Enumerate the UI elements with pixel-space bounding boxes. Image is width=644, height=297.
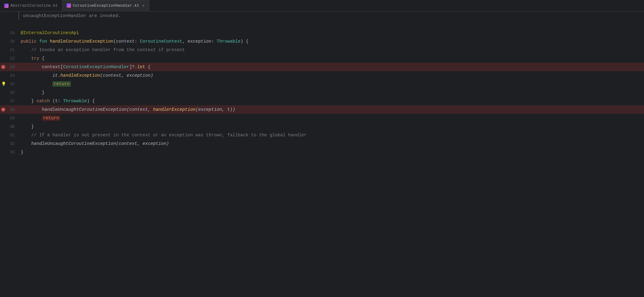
code-25[interactable]: return [18,80,644,88]
line-31: 31 // If a handler is not present in the… [0,131,644,139]
line-30: 30 } [0,122,644,131]
kotlin-icon [4,4,9,8]
spacer-line [0,20,644,29]
gutter-31: 31 [0,131,18,139]
line-24: 24 it.handleException(context, exception… [0,71,644,80]
tab-label-exception-handler: CoroutineExceptionHandler.kt [73,3,139,8]
breakpoint-28[interactable] [1,108,5,112]
code-26[interactable]: } [18,88,644,97]
gutter-25: 💡 25 [0,80,18,88]
line-33: 33 } [0,148,644,156]
line-21: 21 // Invoke an exception handler from t… [0,46,644,54]
line-22: 22 try { [0,54,644,63]
annotation-19: @InternalCoroutinesApi [21,30,79,35]
code-24[interactable]: it.handleException(context, exception) [18,71,644,80]
gutter-22: 22 [0,54,18,63]
doc-comment-text: uncaughtExceptionHandler are invoked. [18,12,644,20]
gutter-doc [0,12,18,20]
gutter-19: 19 [0,29,18,37]
line-20: 20 public fun handleCoroutineException(c… [0,37,644,46]
code-22[interactable]: try { [18,54,644,63]
kotlin-icon-active [67,3,71,8]
code-20[interactable]: public fun handleCoroutineException(cont… [18,37,644,46]
tab-abstract-coroutine[interactable]: AbstractCoroutine.kt [0,0,62,12]
gutter-20: 20 [0,37,18,46]
tab-coroutine-exception-handler[interactable]: CoroutineExceptionHandler.kt ✕ [62,0,149,12]
line-29: 29 return [0,114,644,122]
lightbulb-25[interactable]: 💡 [1,82,6,86]
tab-close-button[interactable]: ✕ [142,3,144,8]
code-29[interactable]: return [18,114,644,122]
line-32: 32 handleUncaughtCoroutineException(cont… [0,139,644,148]
line-27: 27 } catch (t: Throwable) { [0,97,644,105]
code-19[interactable]: @InternalCoroutinesApi [18,29,644,37]
gutter-26: 26 [0,88,18,97]
line-25: 💡 25 return [0,80,644,88]
code-28[interactable]: handleUncaughtCoroutineException(context… [18,105,644,114]
code-23[interactable]: context[CoroutineExceptionHandler]?.let … [18,63,644,71]
gutter-30: 30 [0,122,18,131]
doc-comment-line: uncaughtExceptionHandler are invoked. [0,12,644,20]
gutter-32: 32 [0,139,18,148]
line-23: 23 context[CoroutineExceptionHandler]?.l… [0,63,644,71]
gutter-21: 21 [0,46,18,54]
line-19: 19 @InternalCoroutinesApi [0,29,644,37]
code-31[interactable]: // If a handler is not present in the co… [18,131,644,139]
tab-label-abstract-coroutine: AbstractCoroutine.kt [10,3,58,8]
gutter-23: 23 [0,63,18,71]
gutter-28: 28 [0,105,18,114]
code-30[interactable]: } [18,122,644,131]
breakpoint-23[interactable] [1,65,5,69]
code-27[interactable]: } catch (t: Throwable) { [18,97,644,105]
code-21[interactable]: // Invoke an exception handler from the … [18,46,644,54]
gutter-27: 27 [0,97,18,105]
gutter-33: 33 [0,148,18,156]
tab-bar: AbstractCoroutine.kt CoroutineExceptionH… [0,0,644,12]
gutter-24: 24 [0,71,18,80]
code-32[interactable]: handleUncaughtCoroutineException(context… [18,139,644,148]
line-28: 28 handleUncaughtCoroutineException(cont… [0,105,644,114]
editor-area: uncaughtExceptionHandler are invoked. 19… [0,12,644,297]
code-33[interactable]: } [18,148,644,156]
line-26: 26 } [0,88,644,97]
gutter-29: 29 [0,114,18,122]
